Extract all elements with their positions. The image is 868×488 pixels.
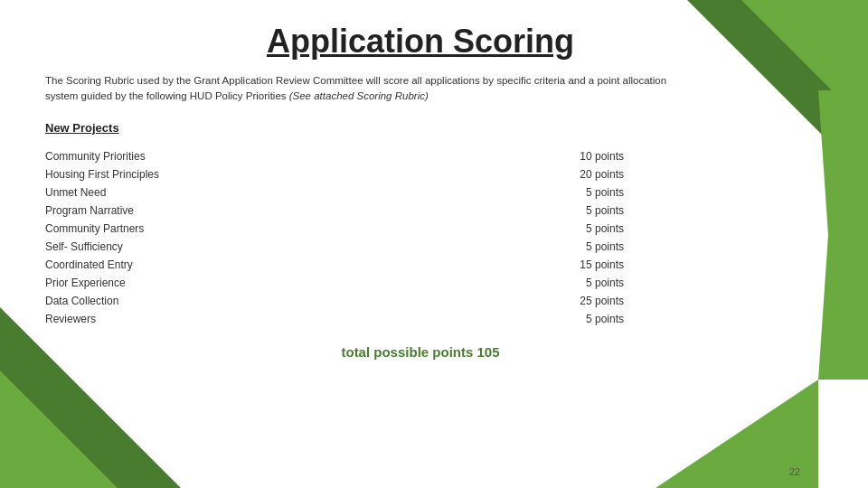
row-points: 5 points (486, 183, 624, 202)
row-points: 10 points (486, 147, 624, 165)
row-label: Reviewers (45, 310, 486, 328)
page-number: 22 (789, 466, 800, 477)
scoring-table: Community Priorities10 pointsHousing Fir… (45, 147, 624, 328)
main-content: Application Scoring The Scoring Rubric u… (0, 0, 868, 488)
table-row: Reviewers5 points (45, 310, 624, 328)
table-row: Unmet Need5 points (45, 183, 624, 202)
intro-text-italic: (See attached Scoring Rubric) (289, 90, 429, 101)
row-label: Community Partners (45, 220, 486, 238)
row-label: Program Narrative (45, 202, 486, 220)
row-label: Self- Sufficiency (45, 238, 486, 256)
table-row: Self- Sufficiency5 points (45, 238, 624, 256)
row-label: Unmet Need (45, 183, 486, 202)
row-points: 5 points (486, 202, 624, 220)
table-row: Community Partners5 points (45, 220, 624, 238)
table-row: Prior Experience5 points (45, 274, 624, 292)
row-label: Data Collection (45, 292, 486, 310)
slide: Application Scoring The Scoring Rubric u… (0, 0, 868, 488)
table-row: Program Narrative5 points (45, 202, 624, 220)
row-label: Housing First Principles (45, 165, 486, 183)
section-title: New Projects (45, 121, 796, 135)
table-row: Community Priorities10 points (45, 147, 624, 165)
row-label: Coordinated Entry (45, 256, 486, 274)
row-points: 15 points (486, 256, 624, 274)
row-points: 25 points (486, 292, 624, 310)
table-row: Coordinated Entry15 points (45, 256, 624, 274)
row-points: 5 points (486, 220, 624, 238)
row-label: Prior Experience (45, 274, 486, 292)
intro-paragraph: The Scoring Rubric used by the Grant App… (45, 73, 696, 105)
row-points: 5 points (486, 310, 624, 328)
row-points: 20 points (486, 165, 624, 183)
table-row: Housing First Principles20 points (45, 165, 624, 183)
row-points: 5 points (486, 238, 624, 256)
page-title: Application Scoring (45, 23, 796, 61)
row-label: Community Priorities (45, 147, 486, 165)
table-row: Data Collection25 points (45, 292, 624, 310)
total-label: total possible points 105 (45, 344, 796, 360)
row-points: 5 points (486, 274, 624, 292)
